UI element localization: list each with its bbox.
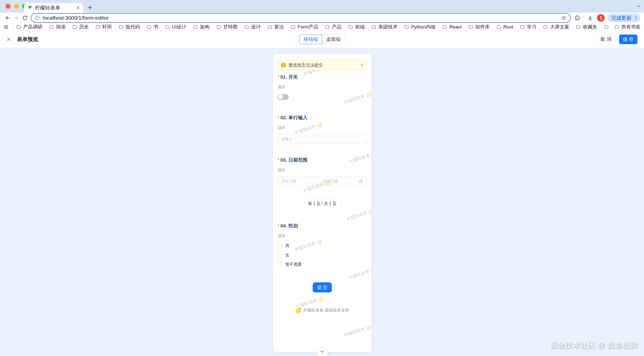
bookmark-item[interactable]: 阅读: [49, 24, 66, 30]
pagination-indicator: 第 1 页 / 共 1 页: [304, 199, 341, 209]
folder-icon: [216, 24, 221, 29]
bookmark-label: 产品: [332, 24, 341, 30]
folder-icon: [244, 24, 249, 29]
bookmark-item[interactable]: 算法: [268, 24, 284, 30]
single-line-input[interactable]: [278, 135, 367, 143]
bookmark-item[interactable]: 历史: [604, 24, 609, 30]
bookmark-item[interactable]: 历史: [72, 24, 89, 30]
field-title-text: 04. 性别: [280, 223, 298, 229]
folder-icon: [614, 24, 619, 29]
bookmark-item[interactable]: 书: [147, 24, 158, 30]
bookmark-label: 低代码: [126, 24, 140, 30]
alert-close-icon[interactable]: ×: [360, 63, 363, 68]
bookmark-item[interactable]: 轩田: [96, 24, 112, 30]
apps-grid-icon[interactable]: [4, 24, 9, 29]
download-icon[interactable]: [586, 14, 595, 22]
community-watermark: 掘金技术社区 @ 摸鱼校尉: [550, 340, 637, 350]
bookmark-item[interactable]: 架构: [193, 24, 210, 30]
save-button[interactable]: 保 存: [619, 35, 637, 44]
date-range-picker[interactable]: 开始日期 → 结束日期: [278, 177, 367, 186]
browser-menu-kebab-icon[interactable]: [633, 15, 638, 20]
start-date-placeholder[interactable]: 开始日期: [281, 179, 315, 184]
checkbox-icon[interactable]: [278, 244, 282, 248]
folder-icon: [268, 24, 272, 29]
site-info-icon[interactable]: [35, 15, 40, 20]
tab-close-icon[interactable]: ×: [76, 5, 80, 11]
required-marker: *: [278, 158, 279, 163]
bookmark-item[interactable]: React: [442, 24, 462, 30]
preview-canvas: 柠檬轻表单柠檬轻表单柠檬轻表单柠檬轻表单柠檬轻表单柠檬轻表单柠檬轻表单柠檬轻表单…: [0, 48, 644, 356]
panel-watermark: 柠檬轻表单: [348, 266, 371, 280]
bookmark-item[interactable]: 前端: [348, 24, 365, 30]
toolbar-divider: [584, 15, 584, 21]
bookmark-item[interactable]: Form产品: [291, 24, 318, 30]
folder-icon: [496, 24, 501, 29]
reload-icon[interactable]: [21, 14, 29, 22]
checkbox-option[interactable]: 女: [278, 253, 367, 258]
page-title: 表单预览: [17, 36, 38, 43]
extensions-puzzle-icon[interactable]: [573, 14, 582, 22]
bookmark-item[interactable]: Rust: [496, 24, 513, 30]
bookmark-label: 书: [154, 24, 158, 30]
new-tab-button[interactable]: +: [88, 3, 92, 13]
bookmarks-bar: 产品调研 阅读 历史: [0, 23, 644, 31]
tab-title: 柠檬轻表单: [35, 5, 74, 11]
tab-desktop[interactable]: 桌面端: [322, 35, 345, 44]
all-bookmarks-item[interactable]: 所有书签: [614, 24, 640, 30]
field-date-range: * 03. 日期范围 描述 开始日期 → 结束日期: [278, 157, 367, 186]
bookmark-label: 历史: [79, 24, 89, 30]
bookmark-item[interactable]: 甘特图: [216, 24, 238, 30]
checkbox-icon[interactable]: [278, 262, 282, 267]
bookmark-label: 算法: [274, 24, 284, 30]
field-text-input: * 02. 单行输入 描述: [278, 114, 367, 143]
folder-icon: [371, 24, 376, 29]
field-switch: * 01. 开关 描述: [278, 74, 367, 101]
vue-favicon-icon: [27, 5, 33, 10]
browser-tab[interactable]: 柠檬轻表单 ×: [24, 3, 83, 13]
bookmark-item[interactable]: 产品: [325, 24, 341, 30]
checkbox-icon[interactable]: [278, 253, 282, 258]
checkbox-label: 男: [285, 243, 289, 249]
bookmark-item[interactable]: 组件库: [469, 24, 490, 30]
checkbox-option[interactable]: 男: [278, 243, 367, 249]
cancel-button[interactable]: 取 消: [597, 35, 615, 44]
all-bookmarks[interactable]: 所有书签: [609, 24, 640, 30]
back-icon[interactable]: [4, 14, 12, 22]
bookmark-item[interactable]: 学习: [520, 24, 536, 30]
switch-toggle[interactable]: [278, 94, 289, 100]
powered-by-text: 柠檬轻表单 提供技术支持: [303, 308, 349, 313]
bookmark-label: 架构: [200, 24, 210, 30]
forward-icon[interactable]: [12, 14, 21, 22]
bookmark-star-icon[interactable]: [561, 15, 567, 21]
bookmark-item[interactable]: 收藏夹: [576, 24, 597, 30]
bookmark-item[interactable]: 低代码: [119, 24, 140, 30]
bookmark-label: 设计: [251, 24, 261, 30]
bookmark-item[interactable]: UI设计: [165, 24, 186, 30]
field-title: * 01. 开关: [278, 74, 367, 80]
required-marker: *: [278, 75, 279, 80]
warning-icon: !: [281, 63, 286, 68]
tab-mobile[interactable]: 移动端: [299, 35, 322, 44]
bookmark-item[interactable]: 产品调研: [16, 24, 42, 30]
folder-icon: [147, 24, 152, 29]
folder-icon: [404, 24, 409, 29]
window-minimize-button[interactable]: [14, 4, 19, 9]
bookmarks-divider: [14, 25, 14, 29]
bookmark-label: 阅读: [56, 24, 66, 30]
window-close-button[interactable]: [6, 4, 11, 9]
profile-avatar[interactable]: 1: [597, 14, 605, 22]
url-bar[interactable]: localhost:3000/1/form-editor: [31, 13, 571, 23]
browser-chrome: 柠檬轻表单 × + localhost:3000/1/form-editor: [0, 0, 644, 31]
calendar-icon[interactable]: [359, 179, 363, 184]
bookmark-item[interactable]: 设计: [244, 24, 261, 30]
form-preview-header: × 表单预览 移动端 桌面端 取 消 保 存: [0, 31, 644, 48]
checkbox-option[interactable]: 暂不透露: [278, 262, 367, 267]
bookmark-item[interactable]: 大屏文案: [543, 24, 569, 30]
submit-button[interactable]: 提 交: [313, 282, 332, 292]
update-chrome-button[interactable]: 完成更新: [607, 14, 640, 22]
close-preview-icon[interactable]: ×: [7, 36, 11, 43]
end-date-placeholder[interactable]: 结束日期: [323, 179, 357, 184]
bookmark-item[interactable]: Python内核: [404, 24, 435, 30]
bookmark-item[interactable]: 美团技术: [371, 24, 397, 30]
tab-search-chevron-icon[interactable]: [637, 4, 641, 8]
